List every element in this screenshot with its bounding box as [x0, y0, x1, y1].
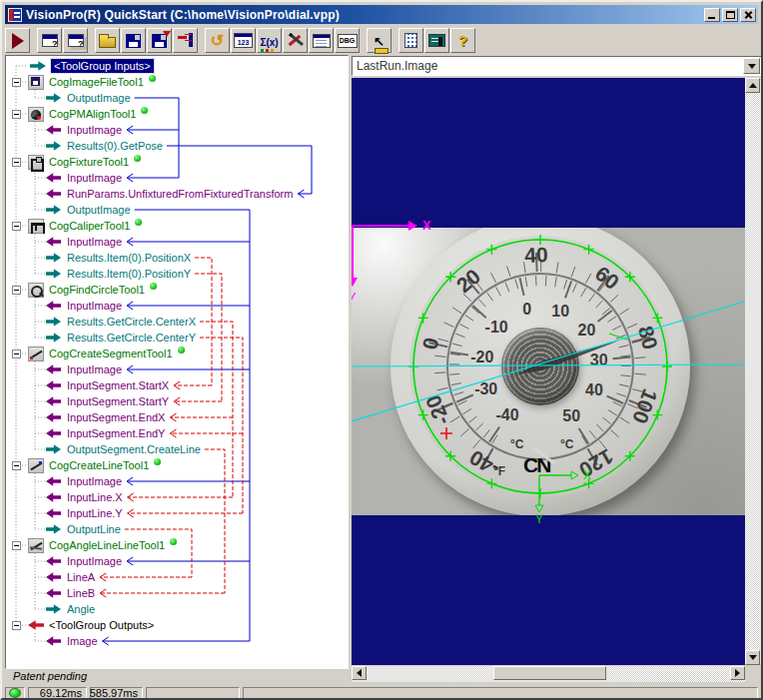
- tree-row[interactable]: CogCaliperTool1: [6, 218, 348, 234]
- tree-collapse-box[interactable]: [12, 541, 21, 550]
- tree-item-label[interactable]: CogFindCircleTool1: [49, 284, 145, 296]
- tree-row[interactable]: Results.Item(0).PositionX: [6, 250, 348, 266]
- tree-row[interactable]: InputImage: [6, 553, 348, 569]
- tree-row[interactable]: <ToolGroup Inputs>: [6, 58, 348, 74]
- tree-collapse-box[interactable]: [12, 350, 21, 358]
- tree-item-label[interactable]: InputImage: [67, 475, 122, 487]
- tree-item-label[interactable]: InputSegment.EndY: [67, 427, 165, 439]
- tree-item-label[interactable]: Results.Item(0).PositionX: [67, 252, 191, 264]
- tree-item-label[interactable]: LineA: [67, 571, 95, 583]
- tree-row[interactable]: CogPMAlignTool1: [6, 106, 348, 122]
- tree-item-label[interactable]: InputImage: [67, 555, 122, 567]
- minimize-button[interactable]: [704, 8, 720, 22]
- tree-item-label[interactable]: InputImage: [67, 363, 122, 375]
- training-button[interactable]: [424, 28, 449, 53]
- tree-item-label[interactable]: InputImage: [67, 124, 122, 136]
- tree-row[interactable]: InputSegment.StartY: [6, 393, 348, 409]
- tree-item-label[interactable]: RunParams.UnfixturedFromFixturedTransfor…: [67, 188, 293, 200]
- debug-button[interactable]: DBG: [335, 28, 360, 53]
- tree-item-label[interactable]: <ToolGroup Inputs>: [51, 59, 154, 73]
- tree-collapse-box[interactable]: [12, 110, 21, 119]
- tree-row[interactable]: InputImage: [6, 122, 348, 138]
- tree-item-label[interactable]: InputSegment.StartY: [67, 395, 169, 407]
- tree-item-label[interactable]: Angle: [67, 603, 95, 615]
- tree-row[interactable]: CogCreateSegmentTool1: [6, 346, 348, 361]
- vertical-scrollbar[interactable]: [745, 78, 762, 665]
- tree-item-label[interactable]: <ToolGroup Outputs>: [49, 619, 154, 631]
- tree-item-label[interactable]: CogCreateSegmentTool1: [49, 348, 173, 359]
- scroll-up-button[interactable]: [745, 78, 760, 93]
- expression-button[interactable]: Σ(x): [257, 28, 282, 53]
- tree-item-label[interactable]: CogPMAlignTool1: [49, 108, 136, 120]
- tree-row[interactable]: CogAngleLineLineTool1: [6, 537, 348, 553]
- number-format-button[interactable]: 123: [231, 28, 256, 53]
- tree-row[interactable]: InputSegment.EndY: [6, 425, 348, 441]
- script-document-button[interactable]: [398, 28, 423, 53]
- tree-item-label[interactable]: CogFixtureTool1: [49, 156, 129, 168]
- tree-item-label[interactable]: Results.GetCircle.CenterY: [67, 332, 196, 344]
- tree-collapse-box[interactable]: [12, 222, 21, 231]
- tree-row[interactable]: CogImageFileTool1: [6, 74, 348, 90]
- tree-row[interactable]: InputLine.Y: [6, 505, 348, 521]
- revert-button[interactable]: [173, 28, 198, 53]
- pointer-measure-button[interactable]: ↖: [367, 28, 391, 53]
- tree-item-label[interactable]: CogAngleLineLineTool1: [49, 539, 165, 551]
- open-file-button[interactable]: [95, 28, 120, 53]
- tree-item-label[interactable]: CogCreateLineTool1: [49, 459, 149, 471]
- image-display-viewport[interactable]: CN -40-20020406080100120-40-30-20-100102…: [352, 78, 745, 665]
- window-layout-button[interactable]: [309, 28, 334, 53]
- tree-row[interactable]: Results(0).GetPose: [6, 138, 348, 154]
- tree-item-label[interactable]: InputSegment.EndX: [67, 411, 165, 423]
- image-source-combobox[interactable]: LastRun.Image: [352, 56, 762, 76]
- tree-row[interactable]: InputSegment.StartX: [6, 377, 348, 393]
- tree-item-label[interactable]: InputLine.X: [67, 491, 123, 503]
- tree-row[interactable]: OutputLine: [6, 521, 348, 537]
- save-file-as-button[interactable]: [147, 28, 172, 53]
- show-image-window-button[interactable]: ?: [37, 28, 62, 53]
- tree-collapse-box[interactable]: [12, 461, 21, 470]
- tree-item-label[interactable]: InputImage: [67, 236, 122, 248]
- tree-collapse-box[interactable]: [12, 158, 21, 167]
- tree-item-label[interactable]: InputImage: [67, 172, 122, 184]
- tree-row[interactable]: Results.GetCircle.CenterX: [6, 314, 348, 330]
- save-file-button[interactable]: [121, 28, 146, 53]
- tree-item-label[interactable]: Results(0).GetPose: [67, 140, 163, 152]
- tree-row[interactable]: InputLine.X: [6, 489, 348, 505]
- tree-row[interactable]: OutputImage: [6, 90, 348, 106]
- tree-row[interactable]: InputImage: [6, 234, 348, 250]
- tree-row[interactable]: Image: [6, 633, 348, 649]
- tree-item-label[interactable]: InputImage: [67, 300, 122, 312]
- tree-row[interactable]: InputSegment.EndX: [6, 409, 348, 425]
- tree-collapse-box[interactable]: [12, 78, 21, 87]
- tree-item-label[interactable]: OutputImage: [67, 204, 131, 216]
- tree-row[interactable]: CogFindCircleTool1: [6, 282, 348, 298]
- scroll-down-button[interactable]: [745, 650, 760, 665]
- tree-row[interactable]: InputImage: [6, 170, 348, 186]
- undo-button[interactable]: ↺: [205, 28, 230, 53]
- run-button[interactable]: [5, 28, 30, 53]
- tree-row[interactable]: <ToolGroup Outputs>: [6, 617, 348, 633]
- tree-item-label[interactable]: Image: [67, 635, 98, 647]
- horizontal-scroll-thumb[interactable]: [493, 666, 606, 680]
- title-bar[interactable]: VisionPro(R) QuickStart (C:\home\VisionP…: [5, 5, 758, 24]
- scroll-right-button[interactable]: [730, 666, 745, 680]
- tree-row[interactable]: Results.Item(0).PositionY: [6, 266, 348, 282]
- tree-collapse-box[interactable]: [12, 621, 21, 630]
- tree-row[interactable]: LineB: [6, 585, 348, 601]
- tree-item-label[interactable]: OutputSegment.CreateLine: [67, 443, 201, 455]
- tree-item-label[interactable]: OutputLine: [67, 523, 121, 535]
- tree-item-label[interactable]: Results.GetCircle.CenterX: [67, 316, 196, 328]
- tree-item-label[interactable]: OutputImage: [67, 92, 131, 104]
- tree-item-label[interactable]: CogCaliperTool1: [49, 220, 130, 232]
- tree-item-label[interactable]: InputLine.Y: [67, 507, 123, 519]
- help-button[interactable]: ?: [450, 28, 475, 53]
- float-image-window-button[interactable]: ?: [63, 28, 88, 53]
- tree-row[interactable]: CogCreateLineTool1: [6, 457, 348, 473]
- tree-row[interactable]: OutputSegment.CreateLine: [6, 441, 348, 457]
- tree-row[interactable]: Results.GetCircle.CenterY: [6, 330, 348, 346]
- tree-row[interactable]: RunParams.UnfixturedFromFixturedTransfor…: [6, 186, 348, 202]
- tree-item-label[interactable]: InputSegment.StartX: [67, 379, 169, 391]
- toolgroup-tree-panel[interactable]: <ToolGroup Inputs>CogImageFileTool1Outpu…: [5, 55, 349, 669]
- tool-options-button[interactable]: [283, 28, 308, 53]
- tree-row[interactable]: InputImage: [6, 361, 348, 377]
